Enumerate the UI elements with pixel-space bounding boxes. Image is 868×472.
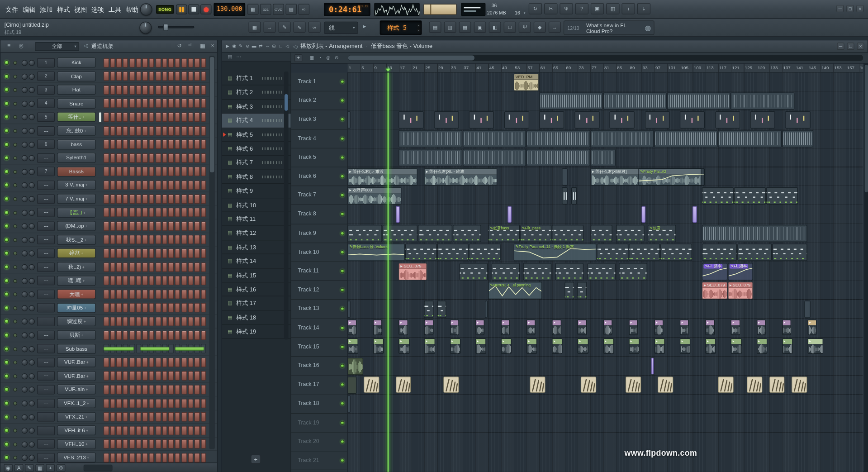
playlist-clip[interactable] <box>539 92 602 110</box>
step-cell[interactable] <box>116 58 122 67</box>
vertical-scrollbar[interactable] <box>864 64 868 472</box>
step-cell[interactable] <box>162 330 167 340</box>
step-cell[interactable] <box>201 235 206 244</box>
playlist-clip[interactable] <box>610 111 635 129</box>
pan-knob[interactable] <box>22 455 28 461</box>
playlist-clip[interactable] <box>539 111 564 129</box>
graph-icon[interactable]: ıılı <box>185 43 195 47</box>
playlist-clip[interactable] <box>485 300 488 318</box>
step-cell[interactable] <box>156 167 161 176</box>
step-cell[interactable] <box>142 181 148 190</box>
playlist-clip[interactable]: ▸ <box>808 339 823 354</box>
channel-button[interactable]: Bass5 <box>57 167 96 176</box>
pattern-item[interactable]: ▤样式 17 <box>222 296 291 310</box>
step-cell[interactable] <box>110 399 115 408</box>
add-pattern-button[interactable]: + <box>251 455 261 464</box>
step-cell[interactable] <box>175 153 180 163</box>
step-cell[interactable] <box>123 453 128 462</box>
step-cell[interactable] <box>104 99 109 108</box>
pattern-item[interactable]: ▤样式 14 <box>222 254 291 268</box>
step-cell[interactable] <box>162 303 167 313</box>
channel-select-led[interactable] <box>13 129 17 133</box>
step-cell[interactable] <box>201 248 206 258</box>
channel-button[interactable]: VFH..it 6+ <box>57 425 96 435</box>
zoom-tool-icon[interactable]: ⇔ <box>264 43 271 50</box>
pencil-tool-icon[interactable]: ✎ <box>279 22 291 33</box>
track-enable-led[interactable] <box>341 250 345 254</box>
channel-enable-led[interactable] <box>5 401 9 405</box>
step-cell[interactable] <box>188 399 194 408</box>
tools-icon[interactable]: ⚙ <box>57 464 66 472</box>
step-cell[interactable] <box>123 167 128 176</box>
step-cell[interactable] <box>201 167 206 176</box>
step-cell[interactable] <box>175 358 180 367</box>
volume-knob[interactable] <box>29 237 35 243</box>
playlist-clip[interactable] <box>399 149 462 167</box>
menu-item-6[interactable]: 选项 <box>89 5 106 14</box>
step-cell[interactable] <box>175 262 180 272</box>
playlist-clip[interactable]: ▸ <box>782 319 791 335</box>
playlist-clip[interactable] <box>718 130 782 148</box>
channel-button[interactable]: 秋..2)+ <box>57 262 96 272</box>
pan-knob[interactable] <box>22 196 28 202</box>
step-cell[interactable] <box>162 235 167 244</box>
playlist-clip[interactable] <box>737 244 772 261</box>
step-cell[interactable] <box>201 221 206 231</box>
volume-knob[interactable] <box>29 60 35 66</box>
playlist-clip[interactable] <box>702 225 807 242</box>
playlist-clip[interactable]: VED_PM <box>514 73 539 91</box>
step-cell[interactable] <box>181 140 187 149</box>
pattern-item[interactable]: ▤样式 10 <box>222 198 291 212</box>
countdown-icon[interactable]: 321 <box>260 4 271 15</box>
step-cell[interactable] <box>110 235 115 244</box>
track-header[interactable]: Track 14 <box>291 319 347 338</box>
step-cell[interactable] <box>175 290 180 299</box>
playlist-clip[interactable] <box>418 225 452 242</box>
step-cell[interactable] <box>110 262 115 272</box>
menu-item-2[interactable]: 编辑 <box>20 5 38 14</box>
scrollbar-thumb[interactable] <box>348 55 474 60</box>
step-cell[interactable] <box>156 58 161 67</box>
channel-number-button[interactable]: --- <box>37 412 55 422</box>
step-cell[interactable] <box>175 248 180 258</box>
pattern-item[interactable]: ▤样式 7 <box>222 156 291 170</box>
playlist-clip[interactable] <box>587 263 615 280</box>
playlist-clip[interactable] <box>619 263 647 280</box>
pan-knob[interactable] <box>22 305 28 311</box>
step-cell[interactable] <box>142 290 148 299</box>
playlist-clip[interactable] <box>526 149 590 167</box>
playlist-clip[interactable] <box>616 225 644 242</box>
playlist-clip[interactable]: ▸ <box>706 339 716 354</box>
track-header[interactable]: Track 12 <box>291 281 347 300</box>
step-cell[interactable] <box>149 72 154 81</box>
channel-enable-led[interactable] <box>5 251 9 256</box>
channel-enable-led[interactable] <box>5 415 9 419</box>
step-cell[interactable] <box>104 358 109 367</box>
step-cell[interactable] <box>136 181 141 190</box>
step-cell[interactable] <box>194 371 200 381</box>
step-cell[interactable] <box>123 112 128 122</box>
step-cell[interactable] <box>168 303 174 313</box>
pan-knob[interactable] <box>22 128 28 134</box>
channel-button[interactable]: 7 V..maj+ <box>57 194 96 204</box>
step-cell[interactable] <box>123 317 128 326</box>
step-cell[interactable] <box>156 194 161 204</box>
step-cell[interactable] <box>110 58 115 67</box>
playlist-clip[interactable] <box>702 244 736 261</box>
step-cell[interactable] <box>136 85 141 95</box>
pattern-item[interactable]: ▤样式 13 <box>222 240 291 254</box>
playlist-clip[interactable]: ▸ <box>450 339 460 354</box>
step-cell[interactable] <box>149 399 154 408</box>
playlist-clip[interactable] <box>437 244 468 261</box>
step-cell[interactable] <box>168 262 174 272</box>
playlist-clip[interactable] <box>590 225 612 242</box>
pan-knob[interactable] <box>22 264 28 270</box>
track-enable-led[interactable] <box>341 193 345 197</box>
track-enable-led[interactable] <box>341 345 345 349</box>
playlist-clip[interactable] <box>396 377 411 392</box>
playlist-clip[interactable] <box>680 111 705 129</box>
step-cell[interactable] <box>129 399 135 408</box>
channel-button[interactable]: 嘿..嘿+ <box>57 276 96 286</box>
close-icon[interactable]: × <box>208 43 218 48</box>
track-header[interactable]: Track 8 <box>291 205 347 224</box>
